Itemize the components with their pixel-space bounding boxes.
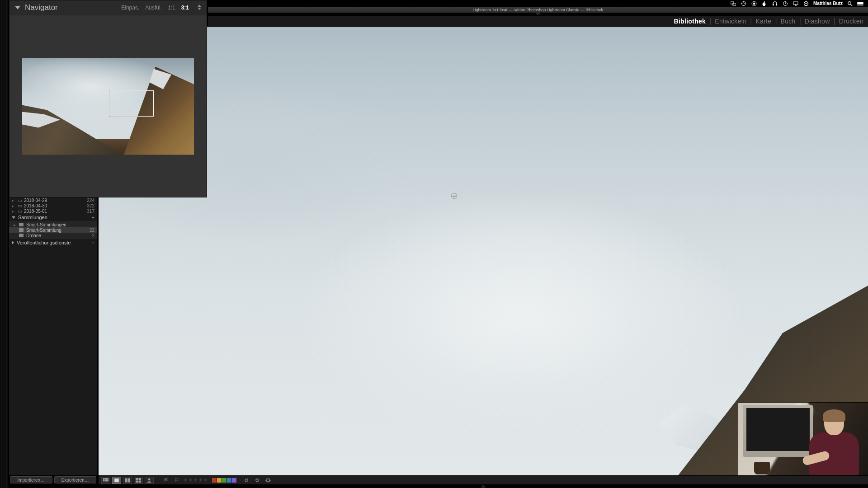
navigator-title: Navigator xyxy=(25,3,121,12)
navigator-view-rect[interactable] xyxy=(109,90,154,117)
left-panel-edge xyxy=(0,0,8,369)
zoom-step-up-icon[interactable] xyxy=(198,5,201,7)
navigator-header[interactable]: Navigator Einpas. Ausfül. 1:1 3:1 xyxy=(9,0,207,15)
collection-row[interactable]: ▸ Smart-Sammlungen xyxy=(9,222,97,227)
folder-count: 322 xyxy=(87,203,94,208)
collection-name: Drohne xyxy=(26,233,41,238)
disclosure-triangle-icon[interactable] xyxy=(12,216,15,219)
smart-collection-icon xyxy=(19,223,24,226)
module-picker: Bibliothek| Entwickeln| Karte| Buch| Dia… xyxy=(208,16,658,27)
window-titlebar: Lightroom 1x1.lrcat — Adobe Photoshop Li… xyxy=(208,7,658,13)
collections-label: Sammlungen xyxy=(18,215,47,220)
zoom-stepper xyxy=(198,5,201,11)
folder-row[interactable]: ▸ ▭ 2018-04-30 322 xyxy=(9,203,97,208)
collections-header[interactable]: Sammlungen + xyxy=(9,214,97,221)
folder-icon: ▭ xyxy=(18,209,22,214)
zoom-step-down-icon[interactable] xyxy=(198,8,201,10)
folder-row[interactable]: ▸ ▭ 2018-05-01 317 xyxy=(9,208,97,214)
folder-name: 2018-04-30 xyxy=(24,203,47,208)
collection-row[interactable]: Smart-Sammlung 22 xyxy=(9,227,97,233)
folder-icon: ▭ xyxy=(18,198,22,203)
folder-count: 317 xyxy=(87,209,94,214)
disclosure-triangle-icon[interactable] xyxy=(12,241,14,244)
zoom-1to1[interactable]: 1:1 xyxy=(168,5,175,11)
zoom-fill[interactable]: Ausfül. xyxy=(145,5,162,11)
navigator-preview-area xyxy=(9,15,207,197)
collection-icon xyxy=(19,234,24,237)
expand-arrow-icon[interactable]: ▸ xyxy=(12,198,15,203)
top-panel-handle[interactable] xyxy=(208,13,658,16)
folder-name: 2018-04-29 xyxy=(24,198,47,203)
smart-collection-icon xyxy=(19,228,24,232)
collection-count: 22 xyxy=(90,228,94,233)
left-panel-lower: ▸ ▭ 2018-04-29 224 ▸ ▭ 2018-04-30 322 ▸ … xyxy=(9,197,97,369)
disclosure-triangle-icon[interactable] xyxy=(15,6,20,9)
expand-arrow-icon[interactable]: ▸ xyxy=(12,203,15,208)
zoom-ratio[interactable]: 3:1 xyxy=(181,5,189,11)
zoom-out-cursor-icon xyxy=(451,193,457,199)
folder-row[interactable]: ▸ ▭ 2018-04-29 224 xyxy=(9,197,97,203)
collection-row[interactable]: Drohne 2 xyxy=(9,233,97,238)
collection-count: 2 xyxy=(92,233,94,238)
navigator-thumbnail[interactable] xyxy=(22,58,194,155)
folder-icon: ▭ xyxy=(18,203,22,208)
document-title: Lightroom 1x1.lrcat — Adobe Photoshop Li… xyxy=(473,8,604,12)
add-publish-icon[interactable]: + xyxy=(92,240,94,245)
collections-list: ▸ Smart-Sammlungen Smart-Sammlung 22 Dro… xyxy=(9,221,97,239)
add-collection-icon[interactable]: + xyxy=(92,215,94,220)
expand-arrow-icon[interactable]: ▸ xyxy=(12,209,15,214)
collection-name: Smart-Sammlungen xyxy=(26,222,66,227)
folder-count: 224 xyxy=(87,198,94,203)
publish-label: Veröffentlichungsdienste xyxy=(17,240,71,245)
publish-header[interactable]: Veröffentlichungsdienste + xyxy=(9,239,97,246)
folder-name: 2018-05-01 xyxy=(24,209,47,214)
collection-name: Smart-Sammlung xyxy=(26,228,61,233)
expand-arrow-icon[interactable]: ▸ xyxy=(14,222,17,227)
zoom-fit[interactable]: Einpas. xyxy=(121,5,139,11)
navigator-panel: Navigator Einpas. Ausfül. 1:1 3:1 xyxy=(9,0,207,197)
zoom-options: Einpas. Ausfül. 1:1 3:1 xyxy=(121,5,201,11)
